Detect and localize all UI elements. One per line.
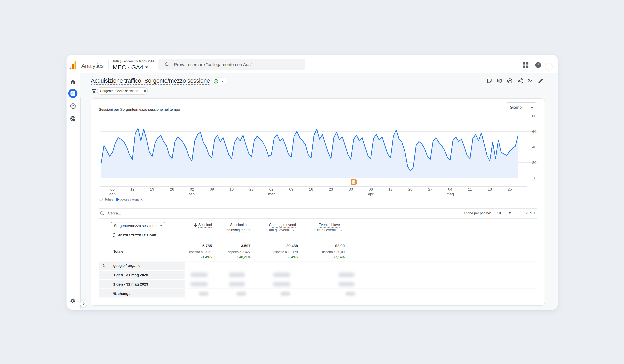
svg-text:23: 23 bbox=[249, 187, 254, 191]
svg-text:feb: feb bbox=[189, 192, 195, 196]
svg-text:gen: gen bbox=[109, 192, 116, 196]
svg-text:60: 60 bbox=[532, 130, 536, 134]
svg-text:12: 12 bbox=[130, 187, 134, 191]
svg-text:02: 02 bbox=[190, 187, 194, 191]
svg-text:apr: apr bbox=[368, 192, 373, 196]
svg-text:80: 80 bbox=[532, 114, 536, 118]
svg-text:16: 16 bbox=[309, 187, 313, 191]
svg-text:18: 18 bbox=[488, 187, 492, 191]
svg-text:0: 0 bbox=[534, 176, 536, 180]
svg-text:27: 27 bbox=[428, 187, 432, 191]
svg-text:04: 04 bbox=[448, 187, 452, 191]
svg-text:23: 23 bbox=[329, 187, 333, 191]
svg-text:20: 20 bbox=[532, 160, 536, 165]
svg-text:13: 13 bbox=[388, 187, 392, 191]
svg-text:26: 26 bbox=[170, 187, 174, 191]
svg-text:11: 11 bbox=[468, 187, 472, 191]
svg-text:20: 20 bbox=[408, 187, 412, 191]
svg-text:02: 02 bbox=[269, 187, 273, 191]
svg-text:09: 09 bbox=[289, 187, 293, 191]
svg-text:16: 16 bbox=[229, 187, 234, 191]
svg-text:05: 05 bbox=[110, 187, 114, 191]
svg-text:30: 30 bbox=[349, 187, 353, 191]
svg-text:19: 19 bbox=[150, 187, 154, 191]
svg-text:mag: mag bbox=[447, 192, 454, 196]
svg-text:40: 40 bbox=[532, 145, 536, 149]
svg-text:06: 06 bbox=[368, 187, 373, 191]
svg-text:25: 25 bbox=[508, 187, 512, 191]
svg-text:09: 09 bbox=[210, 187, 214, 191]
svg-text:mar: mar bbox=[268, 192, 275, 196]
